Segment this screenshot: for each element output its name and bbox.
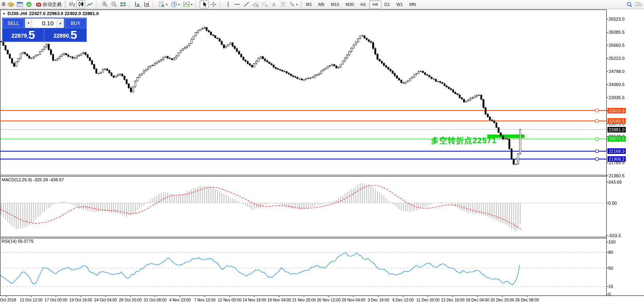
indicators-icon [183, 1, 190, 8]
timeframe-w1[interactable]: W1 [393, 0, 406, 8]
chat-button[interactable] [634, 0, 643, 8]
trendline-icon [243, 1, 250, 8]
timeframe-h4[interactable]: H4 [369, 0, 381, 8]
text-button[interactable]: A [269, 0, 278, 8]
candlestick-icon [77, 1, 85, 8]
timeframe-m5[interactable]: M5 [315, 0, 327, 8]
dropdown-caret: ▾ [166, 3, 167, 6]
horizontal-line-icon [234, 1, 240, 8]
hline-marker[interactable] [596, 109, 598, 112]
indicators-button[interactable]: ▾ [181, 0, 194, 8]
rsi-line [0, 253, 520, 285]
new-order-button[interactable]: ▾ [157, 0, 169, 8]
sell-price[interactable]: 22879 . 5 [3, 29, 44, 41]
toolbar-grip [300, 1, 302, 8]
arrows-icon [289, 1, 295, 8]
buy-button[interactable]: BUY [65, 18, 86, 28]
period-button[interactable]: ▾ [169, 0, 181, 8]
chart-shift-button[interactable] [142, 0, 151, 8]
search-button[interactable] [625, 0, 634, 8]
line-chart-button[interactable] [85, 0, 94, 8]
zoom-in-icon [101, 1, 108, 8]
timeframe-m15[interactable]: M15 [328, 0, 342, 8]
ohlc-values: 22427.0 22963.0 22402.0 22881.0 [29, 11, 99, 16]
mt4-window: { "toolbar": { "left_partial": "单", "aut… [0, 0, 644, 305]
vertical-line-icon [225, 1, 231, 8]
chart-area[interactable] [0, 0, 644, 305]
sell-button[interactable]: SELL [3, 18, 24, 28]
volume-input[interactable]: 0.10 [32, 19, 57, 28]
toolbar-separator [96, 1, 99, 8]
timeframe-d1[interactable]: D1 [381, 0, 393, 8]
pivot-annotation[interactable]: 多空转折点22571 [431, 135, 497, 146]
timeframe-m30[interactable]: M30 [342, 0, 357, 8]
menu-partial-label[interactable]: 单 [1, 1, 6, 8]
auto-scroll-button[interactable] [133, 0, 142, 8]
toolbar-separator [129, 1, 132, 8]
ohlc-bars-icon [68, 1, 75, 8]
crosshair-icon [210, 1, 217, 8]
vertical-line-button[interactable] [223, 0, 233, 8]
fibonacci-button[interactable]: F [260, 0, 269, 8]
market-watch-button[interactable] [15, 0, 24, 8]
candlestick-chart-button[interactable] [76, 0, 85, 8]
dropdown-caret: ▾ [191, 3, 192, 6]
crosshair-button[interactable] [209, 0, 218, 8]
signal-icon [25, 1, 33, 8]
equidistant-channel-button[interactable]: E [251, 0, 260, 8]
volume-increase-button[interactable]: ▲ [57, 19, 64, 28]
volume-decrease-button[interactable]: ▼ [25, 19, 32, 28]
text-label-icon: T [280, 1, 286, 8]
clock-icon [171, 1, 177, 8]
order-book-icon [7, 1, 14, 8]
hline-marker[interactable] [596, 158, 598, 161]
svg-text:F: F [266, 5, 267, 8]
chat-icon [634, 1, 642, 8]
auto-trading-button[interactable]: 自动交易 [33, 0, 63, 8]
dropdown-caret: ▾ [296, 3, 298, 6]
line-chart-icon [87, 1, 94, 8]
arrows-button[interactable]: ▾ [287, 0, 299, 8]
auto-trading-icon [35, 1, 42, 8]
timeframe-h1[interactable]: H1 [357, 0, 369, 8]
cursor-button[interactable] [200, 0, 209, 8]
timeframe-mn[interactable]: MN [406, 0, 419, 8]
search-icon [626, 1, 633, 8]
tile-windows-icon [119, 1, 127, 8]
collapse-panel-arrow[interactable]: ▲ [2, 12, 6, 15]
sell-price-big-digit: 5 [29, 30, 35, 40]
symbol-period-label: DJ30-,H4 [8, 11, 27, 16]
chart-window-title: ▲ DJ30-,H4 22427.0 22963.0 22402.0 22881… [2, 11, 99, 16]
macd-label: MACD(12,26,9) -325.39 -438.67 [2, 177, 64, 182]
timeframe-toolbar: M1M5M15M30H1H4D1W1MN [303, 0, 419, 8]
hline-marker[interactable] [596, 138, 598, 140]
zoom-out-icon [110, 1, 117, 8]
toolbar-grip [64, 1, 66, 8]
zoom-in-button[interactable] [100, 0, 109, 8]
svg-text:E: E [257, 5, 259, 8]
cursor-icon [201, 1, 208, 8]
auto-scroll-icon [134, 1, 141, 8]
chart-window-icon [16, 1, 23, 8]
auto-trading-label: 自动交易 [42, 1, 62, 8]
bar-chart-button[interactable] [67, 0, 76, 8]
zoom-out-button[interactable] [109, 0, 118, 8]
buy-price[interactable]: 22890 . 5 [44, 29, 86, 41]
macd-signal-line [0, 185, 522, 230]
hline-marker[interactable] [596, 150, 598, 153]
new-order-book-button[interactable] [6, 0, 15, 8]
trendline-button[interactable] [242, 0, 251, 8]
dropdown-caret: ▾ [178, 3, 180, 6]
horizontal-line-button[interactable] [233, 0, 242, 8]
hline-marker[interactable] [596, 119, 598, 122]
signals-button[interactable] [24, 0, 33, 8]
buy-price-big-digit: 5 [71, 30, 77, 40]
main-toolbar: 单 自动交易 ▾ ▾ [0, 0, 644, 9]
toolbar-separator [196, 1, 198, 8]
toolbar-separator [219, 1, 222, 8]
timeframe-m1[interactable]: M1 [303, 0, 315, 8]
tile-windows-button[interactable] [118, 0, 127, 8]
text-label-button[interactable]: T [278, 0, 287, 8]
toolbar-separator [153, 1, 156, 8]
channel-icon: E [252, 1, 259, 8]
